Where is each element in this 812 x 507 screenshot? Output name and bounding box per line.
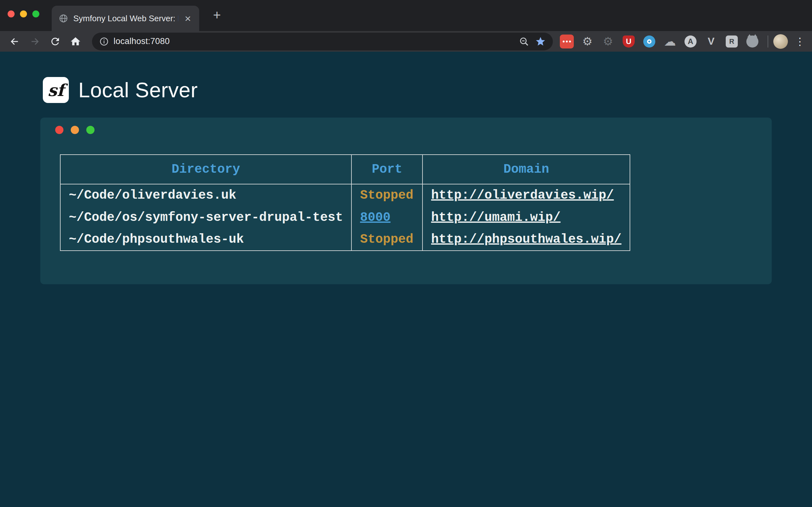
- extensions-area: ⚙ ⚙ U ☁ A V R: [560, 35, 759, 49]
- bookmark-star-icon[interactable]: [535, 36, 546, 47]
- back-arrow-icon: [9, 36, 20, 47]
- extension-vimium-icon[interactable]: V: [704, 35, 718, 49]
- extension-gear-dark-icon[interactable]: ⚙: [601, 35, 615, 49]
- panel-dot-orange: [71, 126, 79, 134]
- profile-avatar[interactable]: [773, 34, 788, 49]
- home-icon: [70, 36, 81, 47]
- browser-toolbar: localhost:7080 ⚙ ⚙ U ☁ A V R ⋮: [0, 31, 812, 52]
- window-minimize-button[interactable]: [20, 10, 27, 17]
- panel-dot-green: [86, 126, 95, 134]
- page-title: Local Server: [78, 78, 198, 102]
- extension-gear-light-icon[interactable]: ⚙: [580, 35, 595, 49]
- globe-favicon-icon: [59, 14, 68, 23]
- reload-button[interactable]: [46, 33, 64, 50]
- back-button[interactable]: [6, 33, 23, 50]
- site-info-icon[interactable]: [99, 37, 109, 47]
- header-domain: Domain: [422, 155, 630, 184]
- tab-close-icon[interactable]: ×: [183, 13, 192, 24]
- header-port: Port: [351, 155, 422, 184]
- window-zoom-button[interactable]: [32, 10, 39, 17]
- port-status: Stopped: [351, 228, 422, 250]
- port-link[interactable]: 8000: [360, 210, 391, 225]
- extension-letter-a-icon[interactable]: A: [683, 35, 698, 49]
- browser-tab[interactable]: Symfony Local Web Server: Prox ×: [52, 6, 199, 31]
- port-status: Stopped: [351, 184, 422, 206]
- extension-github-icon[interactable]: [745, 35, 759, 49]
- directory-cell: ~/Code/oliverdavies.uk: [60, 184, 351, 206]
- toolbar-separator: [768, 36, 768, 48]
- reload-icon: [49, 36, 61, 47]
- new-tab-button[interactable]: +: [209, 8, 224, 23]
- extension-ublock-icon[interactable]: U: [622, 35, 636, 49]
- server-panel: Directory Port Domain ~/Code/oliverdavie…: [40, 118, 772, 284]
- forward-arrow-icon: [29, 36, 41, 47]
- address-bar[interactable]: localhost:7080: [92, 33, 553, 50]
- proxy-table: Directory Port Domain ~/Code/oliverdavie…: [60, 154, 630, 251]
- tab-title: Symfony Local Web Server: Prox: [73, 14, 178, 23]
- header-directory: Directory: [60, 155, 351, 184]
- brand-header: sf Local Server: [0, 52, 812, 103]
- domain-link[interactable]: http://phpsouthwales.wip/: [431, 232, 621, 246]
- table-row: ~/Code/oliverdavies.uk Stopped http://ol…: [60, 184, 630, 206]
- forward-button: [26, 33, 44, 50]
- zoom-icon[interactable]: [519, 36, 529, 47]
- table-row: ~/Code/os/symfony-server-drupal-test 800…: [60, 206, 630, 228]
- panel-dot-red: [55, 126, 63, 134]
- extension-reddots-icon[interactable]: [560, 35, 574, 49]
- tab-strip: Symfony Local Web Server: Prox × +: [0, 0, 812, 31]
- domain-link[interactable]: http://oliverdavies.wip/: [431, 188, 614, 203]
- table-row: ~/Code/phpsouthwales-uk Stopped http://p…: [60, 228, 630, 250]
- window-controls: [8, 10, 39, 17]
- panel-traffic-dots: [40, 118, 772, 134]
- browser-menu-icon[interactable]: ⋮: [794, 36, 806, 48]
- directory-cell: ~/Code/os/symfony-server-drupal-test: [60, 206, 351, 228]
- extension-blue-circle-icon[interactable]: [642, 35, 656, 49]
- home-button[interactable]: [67, 33, 84, 50]
- domain-link[interactable]: http://umami.wip/: [431, 210, 560, 225]
- page-content: sf Local Server Directory Port Domain ~/…: [0, 52, 812, 507]
- table-header-row: Directory Port Domain: [60, 155, 630, 184]
- extension-cloud-icon[interactable]: ☁: [663, 35, 677, 49]
- directory-cell: ~/Code/phpsouthwales-uk: [60, 228, 351, 250]
- extension-square-icon[interactable]: R: [725, 35, 739, 49]
- window-close-button[interactable]: [8, 10, 14, 17]
- symfony-logo: sf: [43, 77, 69, 103]
- url-text[interactable]: localhost:7080: [113, 37, 519, 46]
